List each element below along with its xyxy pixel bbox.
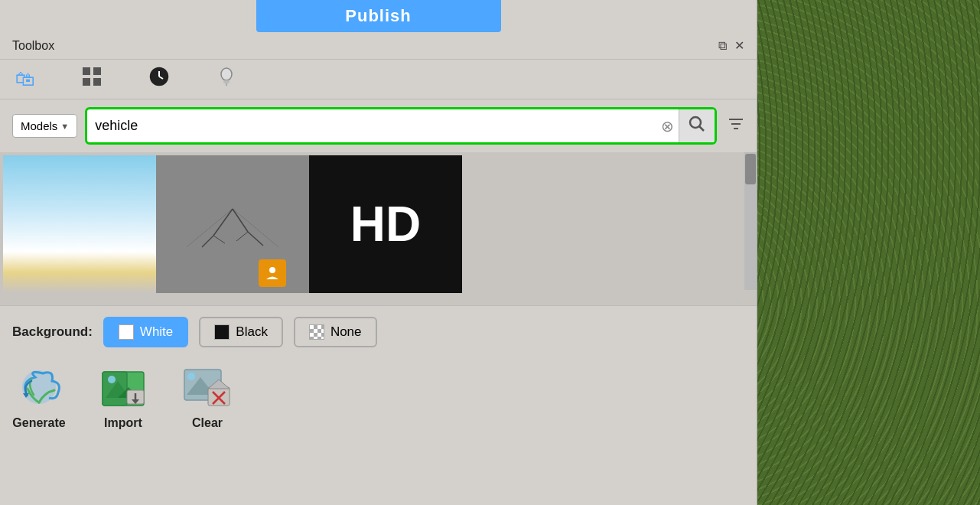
svg-line-11 xyxy=(699,126,704,131)
sky-thumbnail xyxy=(3,155,156,293)
search-row: Models ▼ ⊗ xyxy=(0,99,757,152)
scrollbar-track[interactable] xyxy=(744,152,757,290)
none-label: None xyxy=(330,324,362,340)
toolbox-header-actions: ⧉ ✕ xyxy=(718,38,744,53)
publish-button[interactable]: Publish xyxy=(256,0,501,32)
svg-rect-3 xyxy=(93,78,101,86)
black-label: Black xyxy=(236,324,268,340)
filter-icon[interactable] xyxy=(728,116,744,136)
background-label: Background: xyxy=(12,324,93,340)
none-color-swatch xyxy=(309,324,324,340)
tab-icon-bag[interactable]: 🛍 xyxy=(15,67,35,91)
svg-point-36 xyxy=(187,373,195,380)
import-icon xyxy=(96,366,150,412)
white-label: White xyxy=(140,324,173,340)
background-white-button[interactable]: White xyxy=(103,317,188,347)
chevron-down-icon: ▼ xyxy=(60,122,69,131)
search-input[interactable] xyxy=(87,113,656,138)
action-row: Generate Import xyxy=(0,358,757,438)
svg-rect-1 xyxy=(93,67,101,75)
hd-label: HD xyxy=(350,196,421,252)
import-action[interactable]: Import xyxy=(96,366,150,430)
svg-marker-16 xyxy=(187,209,278,255)
svg-point-30 xyxy=(108,376,116,383)
svg-rect-2 xyxy=(83,78,90,86)
restore-icon[interactable]: ⧉ xyxy=(718,39,727,53)
result-item[interactable]: HD xyxy=(309,155,462,293)
import-label: Import xyxy=(104,416,142,430)
svg-rect-0 xyxy=(83,67,90,75)
white-color-swatch xyxy=(119,324,134,340)
cracked-thumbnail xyxy=(171,186,294,262)
toolbox-header: Toolbox ⧉ ✕ xyxy=(0,32,757,60)
generate-action[interactable]: Generate xyxy=(12,366,66,430)
generate-label: Generate xyxy=(12,416,65,430)
results-grid: HD xyxy=(0,152,757,305)
badge-icon xyxy=(259,259,286,287)
search-clear-button[interactable]: ⊗ xyxy=(656,117,679,135)
clear-icon xyxy=(181,366,234,412)
background-none-button[interactable]: None xyxy=(294,317,377,347)
background-row: Background: White Black None xyxy=(0,305,757,358)
background-black-button[interactable]: Black xyxy=(199,317,283,347)
close-icon[interactable]: ✕ xyxy=(734,38,744,53)
svg-rect-8 xyxy=(223,80,230,83)
clear-label: Clear xyxy=(192,416,223,430)
models-dropdown[interactable]: Models ▼ xyxy=(12,114,77,138)
scrollbar-thumb[interactable] xyxy=(745,154,756,184)
generate-icon xyxy=(12,366,66,412)
models-label: Models xyxy=(21,119,57,132)
svg-point-23 xyxy=(269,267,275,273)
tab-icon-grid[interactable] xyxy=(81,66,103,93)
toolbox-title: Toolbox xyxy=(12,39,54,53)
result-item[interactable] xyxy=(3,155,156,293)
svg-rect-37 xyxy=(208,387,230,406)
svg-point-7 xyxy=(221,68,232,80)
toolbox-panel: Publish Toolbox ⧉ ✕ 🛍 xyxy=(0,0,757,505)
black-color-swatch xyxy=(214,324,230,340)
clear-action[interactable]: Clear xyxy=(181,366,234,430)
tab-icon-bulb[interactable] xyxy=(216,66,237,93)
search-go-button[interactable] xyxy=(679,109,715,142)
tab-icon-clock[interactable] xyxy=(148,66,170,93)
search-wrapper: ⊗ xyxy=(85,107,717,145)
result-item[interactable] xyxy=(156,155,309,293)
tab-row: 🛍 xyxy=(0,60,757,99)
svg-point-10 xyxy=(690,117,701,128)
